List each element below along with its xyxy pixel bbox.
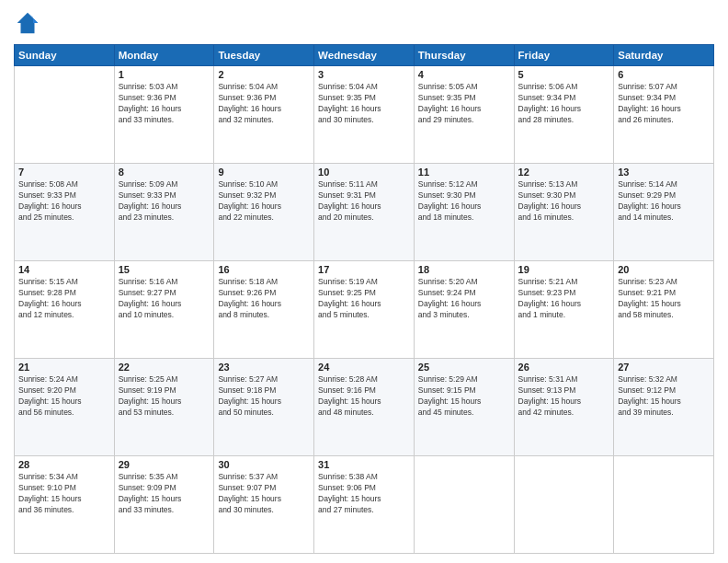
calendar-cell: 12Sunrise: 5:13 AMSunset: 9:30 PMDayligh… [514, 164, 614, 261]
calendar-cell: 21Sunrise: 5:24 AMSunset: 9:20 PMDayligh… [15, 359, 115, 456]
calendar-week-4: 21Sunrise: 5:24 AMSunset: 9:20 PMDayligh… [15, 359, 714, 456]
cell-info: Sunrise: 5:03 AMSunset: 9:36 PMDaylight:… [119, 82, 210, 126]
calendar-week-1: 1Sunrise: 5:03 AMSunset: 9:36 PMDaylight… [15, 66, 714, 164]
calendar-cell: 17Sunrise: 5:19 AMSunset: 9:25 PMDayligh… [314, 261, 415, 359]
day-number: 31 [318, 459, 410, 470]
cell-info: Sunrise: 5:23 AMSunset: 9:21 PMDaylight:… [618, 277, 710, 321]
calendar-cell: 7Sunrise: 5:08 AMSunset: 9:33 PMDaylight… [15, 164, 115, 261]
logo-icon [14, 9, 41, 37]
calendar-header-wednesday: Wednesday [314, 45, 415, 66]
cell-info: Sunrise: 5:37 AMSunset: 9:07 PMDaylight:… [218, 472, 310, 516]
day-number: 13 [618, 167, 710, 178]
day-number: 27 [618, 362, 710, 373]
logo [14, 9, 45, 37]
day-number: 10 [318, 167, 410, 178]
calendar-cell: 11Sunrise: 5:12 AMSunset: 9:30 PMDayligh… [414, 164, 514, 261]
calendar-cell: 26Sunrise: 5:31 AMSunset: 9:13 PMDayligh… [514, 359, 614, 456]
calendar-week-3: 14Sunrise: 5:15 AMSunset: 9:28 PMDayligh… [15, 261, 714, 359]
day-number: 20 [618, 264, 710, 275]
cell-info: Sunrise: 5:05 AMSunset: 9:35 PMDaylight:… [418, 82, 510, 126]
calendar-cell [414, 456, 514, 554]
cell-info: Sunrise: 5:38 AMSunset: 9:06 PMDaylight:… [318, 472, 410, 516]
cell-info: Sunrise: 5:14 AMSunset: 9:29 PMDaylight:… [618, 179, 710, 224]
cell-info: Sunrise: 5:32 AMSunset: 9:12 PMDaylight:… [618, 374, 710, 419]
calendar-cell: 30Sunrise: 5:37 AMSunset: 9:07 PMDayligh… [214, 456, 314, 554]
cell-info: Sunrise: 5:34 AMSunset: 9:10 PMDaylight:… [18, 472, 110, 516]
day-number: 29 [119, 459, 210, 470]
day-number: 22 [119, 362, 210, 373]
day-number: 4 [418, 69, 510, 80]
cell-info: Sunrise: 5:19 AMSunset: 9:25 PMDaylight:… [318, 277, 410, 321]
calendar-cell: 13Sunrise: 5:14 AMSunset: 9:29 PMDayligh… [614, 164, 714, 261]
calendar-cell: 22Sunrise: 5:25 AMSunset: 9:19 PMDayligh… [114, 359, 214, 456]
page: SundayMondayTuesdayWednesdayThursdayFrid… [0, 0, 728, 563]
day-number: 26 [518, 362, 610, 373]
calendar-header-saturday: Saturday [614, 45, 714, 66]
day-number: 12 [518, 167, 610, 178]
cell-info: Sunrise: 5:21 AMSunset: 9:23 PMDaylight:… [518, 277, 610, 321]
day-number: 5 [518, 69, 610, 80]
calendar-cell: 19Sunrise: 5:21 AMSunset: 9:23 PMDayligh… [514, 261, 614, 359]
day-number: 16 [218, 264, 310, 275]
calendar-cell: 31Sunrise: 5:38 AMSunset: 9:06 PMDayligh… [314, 456, 415, 554]
calendar-cell: 10Sunrise: 5:11 AMSunset: 9:31 PMDayligh… [314, 164, 415, 261]
calendar-cell: 25Sunrise: 5:29 AMSunset: 9:15 PMDayligh… [414, 359, 514, 456]
calendar-cell: 15Sunrise: 5:16 AMSunset: 9:27 PMDayligh… [114, 261, 214, 359]
cell-info: Sunrise: 5:20 AMSunset: 9:24 PMDaylight:… [418, 277, 510, 321]
day-number: 18 [418, 264, 510, 275]
cell-info: Sunrise: 5:13 AMSunset: 9:30 PMDaylight:… [518, 179, 610, 224]
day-number: 21 [18, 362, 110, 373]
calendar-cell [614, 456, 714, 554]
day-number: 1 [119, 69, 210, 80]
calendar-cell: 4Sunrise: 5:05 AMSunset: 9:35 PMDaylight… [414, 66, 514, 164]
calendar-cell: 23Sunrise: 5:27 AMSunset: 9:18 PMDayligh… [214, 359, 314, 456]
calendar-cell: 28Sunrise: 5:34 AMSunset: 9:10 PMDayligh… [15, 456, 115, 554]
calendar-cell: 9Sunrise: 5:10 AMSunset: 9:32 PMDaylight… [214, 164, 314, 261]
calendar-header-tuesday: Tuesday [214, 45, 314, 66]
cell-info: Sunrise: 5:31 AMSunset: 9:13 PMDaylight:… [518, 374, 610, 419]
calendar-header-friday: Friday [514, 45, 614, 66]
day-number: 30 [218, 459, 310, 470]
day-number: 2 [218, 69, 310, 80]
calendar-cell [15, 66, 115, 164]
day-number: 3 [318, 69, 410, 80]
cell-info: Sunrise: 5:06 AMSunset: 9:34 PMDaylight:… [518, 82, 610, 126]
calendar-cell: 24Sunrise: 5:28 AMSunset: 9:16 PMDayligh… [314, 359, 415, 456]
cell-info: Sunrise: 5:18 AMSunset: 9:26 PMDaylight:… [218, 277, 310, 321]
header [14, 9, 714, 37]
calendar-cell: 29Sunrise: 5:35 AMSunset: 9:09 PMDayligh… [114, 456, 214, 554]
cell-info: Sunrise: 5:25 AMSunset: 9:19 PMDaylight:… [119, 374, 210, 419]
cell-info: Sunrise: 5:29 AMSunset: 9:15 PMDaylight:… [418, 374, 510, 419]
calendar-cell: 18Sunrise: 5:20 AMSunset: 9:24 PMDayligh… [414, 261, 514, 359]
day-number: 24 [318, 362, 410, 373]
day-number: 7 [18, 167, 110, 178]
calendar-cell: 6Sunrise: 5:07 AMSunset: 9:34 PMDaylight… [614, 66, 714, 164]
cell-info: Sunrise: 5:16 AMSunset: 9:27 PMDaylight:… [119, 277, 210, 321]
day-number: 23 [218, 362, 310, 373]
day-number: 8 [119, 167, 210, 178]
cell-info: Sunrise: 5:11 AMSunset: 9:31 PMDaylight:… [318, 179, 410, 224]
calendar-cell: 16Sunrise: 5:18 AMSunset: 9:26 PMDayligh… [214, 261, 314, 359]
calendar-header-sunday: Sunday [15, 45, 115, 66]
calendar-cell: 2Sunrise: 5:04 AMSunset: 9:36 PMDaylight… [214, 66, 314, 164]
day-number: 25 [418, 362, 510, 373]
calendar-cell: 20Sunrise: 5:23 AMSunset: 9:21 PMDayligh… [614, 261, 714, 359]
calendar-cell: 14Sunrise: 5:15 AMSunset: 9:28 PMDayligh… [15, 261, 115, 359]
calendar-cell: 3Sunrise: 5:04 AMSunset: 9:35 PMDaylight… [314, 66, 415, 164]
calendar-cell [514, 456, 614, 554]
calendar-week-2: 7Sunrise: 5:08 AMSunset: 9:33 PMDaylight… [15, 164, 714, 261]
day-number: 15 [119, 264, 210, 275]
cell-info: Sunrise: 5:15 AMSunset: 9:28 PMDaylight:… [18, 277, 110, 321]
calendar-week-5: 28Sunrise: 5:34 AMSunset: 9:10 PMDayligh… [15, 456, 714, 554]
day-number: 11 [418, 167, 510, 178]
cell-info: Sunrise: 5:09 AMSunset: 9:33 PMDaylight:… [119, 179, 210, 224]
day-number: 19 [518, 264, 610, 275]
cell-info: Sunrise: 5:27 AMSunset: 9:18 PMDaylight:… [218, 374, 310, 419]
cell-info: Sunrise: 5:28 AMSunset: 9:16 PMDaylight:… [318, 374, 410, 419]
cell-info: Sunrise: 5:08 AMSunset: 9:33 PMDaylight:… [18, 179, 110, 224]
cell-info: Sunrise: 5:10 AMSunset: 9:32 PMDaylight:… [218, 179, 310, 224]
calendar-cell: 1Sunrise: 5:03 AMSunset: 9:36 PMDaylight… [114, 66, 214, 164]
calendar-header-monday: Monday [114, 45, 214, 66]
calendar-header-thursday: Thursday [414, 45, 514, 66]
calendar-header-row: SundayMondayTuesdayWednesdayThursdayFrid… [15, 45, 714, 66]
